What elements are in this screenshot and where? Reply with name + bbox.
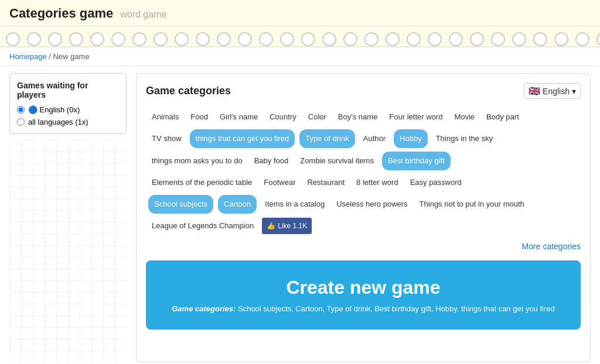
page-title: Categories game bbox=[9, 6, 113, 20]
radio-english-input[interactable] bbox=[17, 106, 25, 114]
facebook-like-button[interactable]: 👍Like 1.1K bbox=[262, 218, 312, 234]
category-item[interactable]: Girl's name bbox=[216, 108, 261, 126]
category-item[interactable]: Baby food bbox=[251, 152, 292, 170]
category-item[interactable]: Animals bbox=[148, 108, 182, 126]
flag-icon: 🇬🇧 bbox=[529, 85, 540, 97]
category-row: Elements of the periodic tableFootwearRe… bbox=[146, 173, 581, 193]
create-game-title: Create new game bbox=[158, 277, 569, 298]
right-panel: Game categories 🇬🇧 English ▾ AnimalsFood… bbox=[136, 73, 591, 362]
notebook-hole bbox=[132, 32, 146, 46]
category-item[interactable]: Items in a catalog bbox=[261, 195, 328, 213]
category-item[interactable]: Color bbox=[305, 108, 330, 126]
notebook-hole bbox=[27, 32, 41, 46]
notebook-hole bbox=[111, 32, 125, 46]
notebook-hole bbox=[449, 32, 463, 46]
notebook-hole bbox=[280, 32, 294, 46]
notebook-hole bbox=[48, 32, 62, 46]
notebook-hole bbox=[259, 32, 273, 46]
notebook-hole bbox=[343, 32, 357, 46]
category-item[interactable]: Things in the sky bbox=[432, 130, 497, 147]
notebook-hole bbox=[491, 32, 505, 46]
category-item[interactable]: Elements of the periodic table bbox=[148, 174, 255, 191]
category-item[interactable]: League of Legends Champion bbox=[148, 217, 257, 235]
notebook-hole bbox=[596, 32, 600, 46]
category-item[interactable]: TV show bbox=[148, 130, 185, 147]
language-label: English bbox=[543, 87, 570, 96]
category-item[interactable]: Country bbox=[266, 108, 300, 126]
category-item[interactable]: Hobby bbox=[394, 129, 428, 148]
create-game-section[interactable]: Create new game Game categories: School … bbox=[146, 260, 581, 329]
left-panel: Games waiting for players 🔵 English (0x)… bbox=[9, 73, 127, 362]
category-row: things mom asks you to doBaby foodZombie… bbox=[146, 150, 581, 171]
notebook-strip bbox=[0, 26, 600, 47]
category-item[interactable]: 8 letter word bbox=[353, 174, 402, 191]
notebook-hole bbox=[217, 32, 231, 46]
notebook-hole bbox=[554, 32, 568, 46]
category-item[interactable]: Food bbox=[187, 108, 212, 126]
category-item[interactable]: Restaurant bbox=[304, 174, 348, 191]
category-item[interactable]: Boy's name bbox=[335, 108, 381, 126]
notebook-hole bbox=[470, 32, 484, 46]
notebook-hole bbox=[6, 32, 20, 46]
like-label: Like 1.1K bbox=[278, 219, 307, 233]
radio-english[interactable]: 🔵 English (0x) bbox=[17, 105, 119, 114]
notebook-hole bbox=[407, 32, 421, 46]
main-layout: Games waiting for players 🔵 English (0x)… bbox=[0, 66, 600, 364]
breadcrumb: Homepage / New game bbox=[0, 47, 600, 66]
category-item[interactable]: Footwear bbox=[260, 174, 299, 191]
notebook-hole bbox=[322, 32, 336, 46]
page-header: Categories game word game bbox=[0, 0, 600, 26]
notebook-hole bbox=[69, 32, 83, 46]
notebook-hole bbox=[512, 32, 526, 46]
category-item[interactable]: School subjects bbox=[148, 195, 213, 214]
category-item[interactable]: Things not to put in your mouth bbox=[416, 195, 528, 213]
radio-all-label: all languages (1x) bbox=[28, 118, 88, 126]
categories-title: Game categories bbox=[146, 85, 231, 97]
notebook-hole bbox=[238, 32, 252, 46]
category-item[interactable]: things that can get you fired bbox=[190, 129, 295, 148]
category-item[interactable]: Four letter word bbox=[386, 108, 446, 126]
create-game-description: Game categories: School subjects, Cartoo… bbox=[158, 304, 569, 313]
category-item[interactable]: things mom asks you to do bbox=[148, 152, 246, 170]
notebook-hole bbox=[154, 32, 168, 46]
radio-all-languages[interactable]: all languages (1x) bbox=[17, 118, 119, 126]
category-item[interactable]: Best birthday gift bbox=[382, 152, 451, 170]
page-subtitle: word game bbox=[120, 9, 166, 19]
more-categories-link[interactable]: More categories bbox=[146, 242, 581, 251]
notebook-hole bbox=[175, 32, 189, 46]
category-item[interactable]: Body part bbox=[483, 108, 523, 126]
notebook-hole bbox=[428, 32, 442, 46]
notebook-hole bbox=[196, 32, 210, 46]
category-row: AnimalsFoodGirl's nameCountryColorBoy's … bbox=[146, 107, 581, 127]
category-item[interactable]: Easy password bbox=[407, 174, 465, 191]
panel-header: Game categories 🇬🇧 English ▾ bbox=[146, 83, 581, 99]
category-row: TV showthings that can get you firedType… bbox=[146, 128, 581, 149]
breadcrumb-home[interactable]: Homepage bbox=[9, 52, 47, 61]
radio-group: 🔵 English (0x) all languages (1x) bbox=[17, 105, 119, 126]
category-item[interactable]: Movie bbox=[451, 108, 478, 126]
notebook-hole bbox=[364, 32, 379, 46]
categories-list: School subjects, Cartoon, Type of drink,… bbox=[238, 304, 555, 313]
grid-background bbox=[9, 140, 127, 362]
category-row: School subjectsCartoonItems in a catalog… bbox=[146, 194, 581, 215]
thumb-icon: 👍 bbox=[267, 219, 275, 233]
dropdown-icon: ▾ bbox=[572, 87, 576, 96]
category-item[interactable]: Zombie survival items bbox=[296, 152, 377, 170]
breadcrumb-current: New game bbox=[53, 52, 89, 61]
category-item[interactable]: Type of drink bbox=[299, 129, 354, 148]
notebook-hole bbox=[386, 32, 400, 46]
notebook-hole bbox=[533, 32, 547, 46]
notebook-hole bbox=[90, 32, 104, 46]
language-selector[interactable]: 🇬🇧 English ▾ bbox=[524, 83, 581, 99]
category-item[interactable]: Useless hero powers bbox=[333, 195, 411, 213]
category-item[interactable]: Author bbox=[360, 130, 389, 147]
categories-label: Game categories: bbox=[172, 304, 236, 313]
notebook-hole bbox=[575, 32, 589, 46]
categories-area: AnimalsFoodGirl's nameCountryColorBoy's … bbox=[146, 107, 581, 236]
notebook-hole bbox=[301, 32, 315, 46]
radio-all-input[interactable] bbox=[17, 118, 25, 126]
category-item[interactable]: Cartoon bbox=[218, 195, 257, 214]
radio-english-label: 🔵 English (0x) bbox=[28, 105, 80, 114]
waiting-box: Games waiting for players 🔵 English (0x)… bbox=[9, 73, 127, 134]
waiting-title: Games waiting for players bbox=[17, 81, 119, 99]
